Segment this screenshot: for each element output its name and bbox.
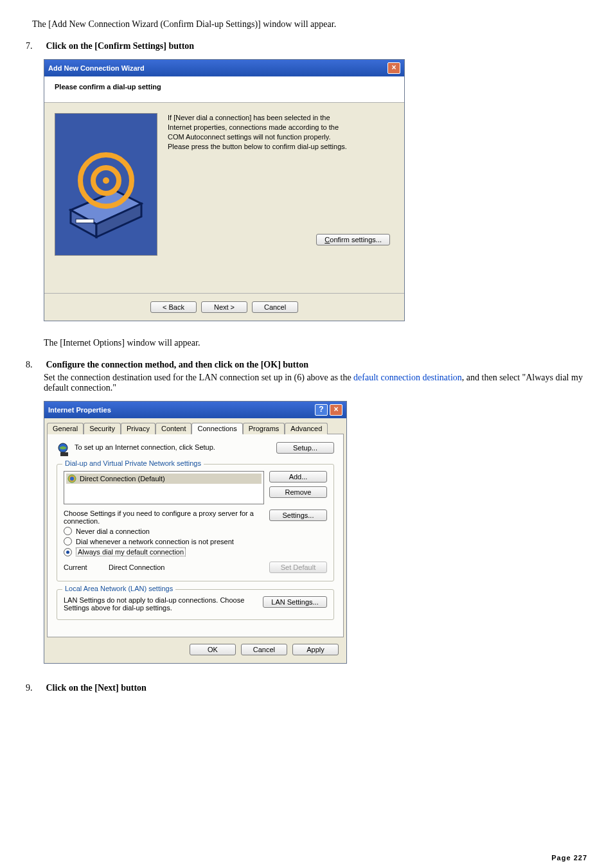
confirm-settings-button[interactable]: Confirm settings... (316, 234, 390, 245)
step-7-number: 7. (26, 41, 44, 51)
dialup-fieldset: Dial-up and Virtual Private Network sett… (57, 464, 334, 581)
radio-label: Always dial my default connection (76, 547, 186, 556)
current-label: Current (64, 563, 109, 571)
step-9-number: 9. (26, 683, 44, 693)
step-8: 8. Configure the connection method, and … (26, 360, 587, 393)
lan-text: LAN Settings do not apply to dial-up con… (64, 596, 263, 612)
step-8-number: 8. (26, 360, 44, 370)
svg-rect-9 (60, 452, 68, 456)
wizard-subheader: Please confirm a dial-up setting (44, 76, 404, 103)
radio-icon (64, 548, 72, 556)
radio-label: Dial whenever a network connection is no… (76, 538, 234, 545)
next-button[interactable]: Next > (201, 301, 247, 313)
wizard-desc-line: If [Never dial a connection] has been se… (168, 113, 394, 123)
page-label: Page (551, 854, 573, 862)
wizard-desc-line: Internet properties, connections made ac… (168, 123, 394, 132)
page-number: 227 (574, 854, 587, 862)
radio-label: Never dial a connection (76, 527, 150, 535)
step-8-pre: Set the connection destination used for … (44, 373, 353, 382)
cancel-button[interactable]: Cancel (241, 644, 287, 655)
wizard-graphic (55, 113, 157, 256)
globe-icon (57, 442, 75, 457)
step-9-title: Click on the [Next] button (46, 683, 147, 693)
svg-rect-0 (55, 114, 157, 255)
back-button[interactable]: < Back (150, 301, 197, 313)
connection-icon (67, 474, 76, 483)
props-title: Internet Properties (48, 406, 111, 414)
svg-rect-7 (76, 219, 94, 223)
current-value: Direct Connection (109, 563, 269, 571)
wizard-desc-line: Please press the button below to confirm… (168, 142, 394, 152)
help-icon[interactable]: ? (315, 404, 328, 416)
radio-whenever[interactable]: Dial whenever a network connection is no… (64, 537, 327, 545)
wizard-footer: < Back Next > Cancel (44, 293, 404, 321)
props-footer: OK Cancel Apply (44, 637, 346, 663)
remove-button[interactable]: Remove (269, 486, 327, 498)
lan-legend: Local Area Network (LAN) settings (62, 585, 175, 592)
internet-properties-dialog: Internet Properties ? × General Security… (44, 401, 347, 664)
close-icon[interactable]: × (330, 404, 342, 416)
tab-programs[interactable]: Programs (243, 423, 285, 434)
tab-connections[interactable]: Connections (191, 423, 242, 434)
dialup-legend: Dial-up and Virtual Private Network sett… (62, 459, 204, 467)
step-8-title: Configure the connection method, and the… (46, 360, 308, 369)
wizard-body: If [Never dial a connection] has been se… (44, 103, 404, 293)
tab-privacy[interactable]: Privacy (121, 423, 155, 434)
props-titlebar: Internet Properties ? × (44, 402, 346, 418)
apply-button[interactable]: Apply (292, 644, 339, 655)
post-wizard-text: The [Internet Options] window will appea… (44, 338, 587, 348)
radio-icon (64, 537, 72, 545)
cancel-button[interactable]: Cancel (252, 301, 298, 313)
connections-listbox[interactable]: Direct Connection (Default) (64, 471, 264, 504)
tab-security[interactable]: Security (84, 423, 121, 434)
tab-general[interactable]: General (47, 423, 84, 434)
radio-always[interactable]: Always dial my default connection (64, 547, 327, 556)
choose-settings-text: Choose Settings if you need to configure… (64, 509, 269, 525)
wizard-dialog: Add New Connection Wizard × Please confi… (44, 59, 405, 321)
wizard-desc-line: COM Autoconnect settings will not functi… (168, 132, 394, 142)
wizard-title: Add New Connection Wizard (48, 64, 145, 72)
settings-button[interactable]: Settings... (269, 509, 327, 521)
lan-fieldset: Local Area Network (LAN) settings LAN Se… (57, 589, 334, 620)
intro-text: The [Add New Connection Wizard (Confirm … (32, 19, 587, 30)
tab-advanced[interactable]: Advanced (285, 423, 328, 434)
wizard-titlebar: Add New Connection Wizard × (44, 60, 404, 76)
default-connection-link[interactable]: default connection destination (353, 373, 462, 382)
close-icon[interactable]: × (387, 62, 400, 74)
step-7: 7. Click on the [Confirm Settings] butto… (26, 41, 587, 51)
set-default-button: Set Default (269, 562, 327, 573)
page-footer: Page 227 (26, 854, 587, 862)
wizard-description: If [Never dial a connection] has been se… (168, 113, 394, 280)
setup-button[interactable]: Setup... (276, 442, 334, 454)
ok-button[interactable]: OK (190, 644, 236, 655)
step-8-body: Set the connection destination used for … (44, 373, 587, 393)
connections-panel: To set up an Internet connection, click … (47, 434, 344, 637)
radio-never[interactable]: Never dial a connection (64, 527, 327, 535)
radio-icon (64, 527, 72, 535)
svg-point-11 (70, 477, 74, 481)
lan-settings-button[interactable]: LAN Settings... (263, 596, 327, 608)
step-9: 9. Click on the [Next] button (26, 683, 587, 693)
add-button[interactable]: Add... (269, 471, 327, 483)
tabs-row: General Security Privacy Content Connect… (44, 418, 346, 434)
setup-text: To set up an Internet connection, click … (75, 442, 276, 451)
tab-content[interactable]: Content (155, 423, 192, 434)
svg-point-6 (103, 177, 109, 184)
list-item[interactable]: Direct Connection (Default) (66, 474, 262, 484)
step-7-title: Click on the [Confirm Settings] button (46, 41, 195, 51)
list-item-label: Direct Connection (Default) (80, 475, 165, 483)
